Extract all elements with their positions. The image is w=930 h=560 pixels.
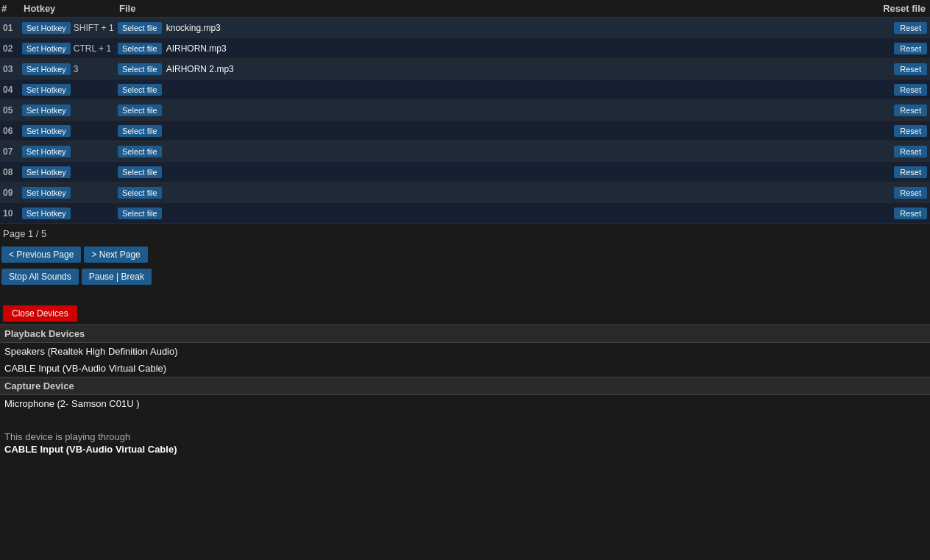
playback-device-2: CABLE Input (VB-Audio Virtual Cable) (0, 360, 930, 377)
reset-button-10[interactable]: Reset (894, 208, 927, 219)
select-file-button-5[interactable]: Select file (118, 104, 162, 116)
file-cell-8: Select file (118, 166, 864, 178)
set-hotkey-button-1[interactable]: Set Hotkey (22, 22, 71, 34)
table-row: 08 Set Hotkey Select file Reset (0, 162, 930, 182)
next-page-button[interactable]: > Next Page (84, 247, 147, 263)
playing-through-label: This device is playing through (0, 427, 930, 444)
row-num-2: 02 (0, 43, 22, 54)
table-row: 09 Set Hotkey Select file Reset (0, 182, 930, 203)
select-file-button-10[interactable]: Select file (118, 208, 162, 219)
file-cell-2: Select file AIRHORN.mp3 (118, 43, 864, 54)
select-file-button-1[interactable]: Select file (118, 22, 162, 34)
playing-through-value: CABLE Input (VB-Audio Virtual Cable) (0, 444, 930, 459)
prev-page-button[interactable]: < Previous Page (1, 247, 81, 263)
row-num-10: 10 (0, 208, 22, 219)
playback-devices-list: Speakers (Realtek High Definition Audio)… (0, 343, 930, 377)
reset-cell-6: Reset (864, 125, 930, 137)
sound-controls: Stop All Sounds Pause | Break (0, 266, 930, 288)
hotkey-cell-3: Set Hotkey 3 (22, 63, 118, 75)
reset-cell-9: Reset (864, 187, 930, 199)
table-row: 03 Set Hotkey 3 Select file AIRHORN 2.mp… (0, 59, 930, 79)
hotkey-cell-5: Set Hotkey (22, 104, 118, 116)
select-file-button-9[interactable]: Select file (118, 187, 162, 199)
table-row: 04 Set Hotkey Select file Reset (0, 79, 930, 100)
reset-button-5[interactable]: Reset (894, 104, 927, 116)
hotkey-cell-2: Set Hotkey CTRL + 1 (22, 43, 118, 54)
spacer2 (0, 412, 930, 427)
hotkey-label-3: 3 (74, 64, 79, 74)
capture-device-header: Capture Device (0, 377, 930, 395)
row-num-3: 03 (0, 64, 22, 74)
row-num-8: 08 (0, 167, 22, 177)
row-num-6: 06 (0, 126, 22, 136)
reset-button-3[interactable]: Reset (894, 63, 927, 75)
hotkey-cell-6: Set Hotkey (22, 125, 118, 137)
stop-all-sounds-button[interactable]: Stop All Sounds (1, 269, 79, 285)
table-row: 06 Set Hotkey Select file Reset (0, 121, 930, 141)
table-row: 07 Set Hotkey Select file Reset (0, 141, 930, 162)
file-cell-9: Select file (118, 187, 864, 199)
select-file-button-6[interactable]: Select file (118, 125, 162, 137)
file-cell-7: Select file (118, 146, 864, 157)
close-devices-section: Close Devices (0, 302, 930, 325)
set-hotkey-button-4[interactable]: Set Hotkey (22, 84, 71, 96)
hotkey-label-1: SHIFT + 1 (74, 23, 114, 33)
hotkey-cell-4: Set Hotkey (22, 84, 118, 96)
reset-cell-2: Reset (864, 43, 930, 54)
col-num: # (1, 3, 24, 14)
reset-cell-5: Reset (864, 104, 930, 116)
reset-button-4[interactable]: Reset (894, 84, 927, 96)
reset-button-6[interactable]: Reset (894, 125, 927, 137)
col-file: File (119, 3, 862, 14)
close-devices-button[interactable]: Close Devices (3, 305, 77, 322)
row-num-9: 09 (0, 188, 22, 198)
col-hotkey: Hotkey (24, 3, 119, 14)
select-file-button-2[interactable]: Select file (118, 43, 162, 54)
select-file-button-4[interactable]: Select file (118, 84, 162, 96)
set-hotkey-button-3[interactable]: Set Hotkey (22, 63, 71, 75)
pagination-buttons: < Previous Page > Next Page (0, 244, 930, 266)
select-file-button-7[interactable]: Select file (118, 146, 162, 157)
reset-button-8[interactable]: Reset (894, 166, 927, 178)
reset-button-1[interactable]: Reset (894, 22, 927, 34)
row-num-5: 05 (0, 105, 22, 116)
row-num-7: 07 (0, 146, 22, 157)
reset-cell-3: Reset (864, 63, 930, 75)
playback-devices-header: Playback Devices (0, 325, 930, 343)
col-reset-file: Reset file (862, 3, 929, 14)
file-cell-6: Select file (118, 125, 864, 137)
set-hotkey-button-8[interactable]: Set Hotkey (22, 166, 71, 178)
pause-break-button[interactable]: Pause | Break (82, 269, 152, 285)
spacer (0, 288, 930, 302)
file-cell-5: Select file (118, 104, 864, 116)
capture-device-item: Microphone (2- Samson C01U ) (0, 395, 930, 412)
reset-button-2[interactable]: Reset (894, 43, 927, 54)
hotkey-cell-7: Set Hotkey (22, 146, 118, 157)
set-hotkey-button-9[interactable]: Set Hotkey (22, 187, 71, 199)
set-hotkey-button-5[interactable]: Set Hotkey (22, 104, 71, 116)
file-name-1: knocking.mp3 (166, 23, 221, 33)
hotkey-label-2: CTRL + 1 (74, 43, 111, 54)
reset-cell-4: Reset (864, 84, 930, 96)
table-row: 05 Set Hotkey Select file Reset (0, 100, 930, 121)
select-file-button-3[interactable]: Select file (118, 63, 162, 75)
hotkey-cell-8: Set Hotkey (22, 166, 118, 178)
playback-device-1: Speakers (Realtek High Definition Audio) (0, 343, 930, 360)
reset-button-7[interactable]: Reset (894, 146, 927, 157)
set-hotkey-button-10[interactable]: Set Hotkey (22, 208, 71, 219)
table-row: 02 Set Hotkey CTRL + 1 Select file AIRHO… (0, 38, 930, 59)
hotkey-cell-10: Set Hotkey (22, 208, 118, 219)
set-hotkey-button-6[interactable]: Set Hotkey (22, 125, 71, 137)
reset-button-9[interactable]: Reset (894, 187, 927, 199)
select-file-button-8[interactable]: Select file (118, 166, 162, 178)
set-hotkey-button-2[interactable]: Set Hotkey (22, 43, 71, 54)
reset-cell-7: Reset (864, 146, 930, 157)
reset-cell-8: Reset (864, 166, 930, 178)
table-row: 10 Set Hotkey Select file Reset (0, 203, 930, 224)
set-hotkey-button-7[interactable]: Set Hotkey (22, 146, 71, 157)
file-cell-3: Select file AIRHORN 2.mp3 (118, 63, 864, 75)
table-row: 01 Set Hotkey SHIFT + 1 Select file knoc… (0, 18, 930, 38)
hotkey-cell-1: Set Hotkey SHIFT + 1 (22, 22, 118, 34)
pagination-info: Page 1 / 5 (0, 224, 930, 244)
file-cell-4: Select file (118, 84, 864, 96)
